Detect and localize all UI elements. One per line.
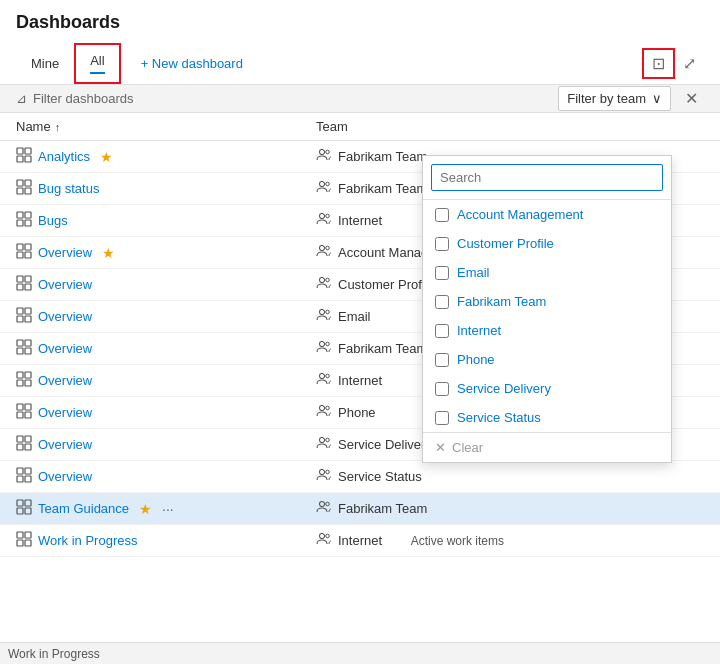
- svg-point-46: [320, 374, 325, 379]
- svg-rect-19: [25, 244, 31, 250]
- svg-rect-20: [17, 252, 23, 258]
- filter-team-button[interactable]: Filter by team ∨: [558, 86, 671, 111]
- tab-all[interactable]: All: [74, 43, 120, 84]
- team-checkbox[interactable]: [435, 353, 449, 367]
- svg-point-65: [326, 470, 330, 474]
- filter-icon-button[interactable]: ⊡: [642, 48, 675, 79]
- team-checkbox[interactable]: [435, 324, 449, 338]
- dropdown-item[interactable]: Account Management: [423, 200, 671, 229]
- tab-mine[interactable]: Mine: [16, 47, 74, 80]
- new-dashboard-button[interactable]: + New dashboard: [129, 50, 255, 77]
- dashboard-name-link[interactable]: Overview: [38, 469, 92, 484]
- svg-rect-12: [17, 212, 23, 218]
- name-cell: Bugs: [16, 211, 316, 230]
- svg-rect-62: [17, 476, 23, 482]
- team-checkbox[interactable]: [435, 295, 449, 309]
- svg-point-47: [326, 374, 330, 378]
- dashboard-icon: [16, 499, 32, 518]
- svg-rect-26: [17, 284, 23, 290]
- svg-rect-6: [17, 180, 23, 186]
- team-icon: [316, 179, 332, 198]
- dashboard-name-link[interactable]: Bugs: [38, 213, 68, 228]
- svg-rect-39: [25, 348, 31, 354]
- team-label: Email: [457, 265, 490, 280]
- dashboard-name-link[interactable]: Team Guidance: [38, 501, 129, 516]
- expand-button[interactable]: ⤢: [675, 50, 704, 77]
- team-label: Service Status: [457, 410, 541, 425]
- svg-rect-9: [25, 188, 31, 194]
- svg-rect-0: [17, 148, 23, 154]
- dashboard-icon: [16, 531, 32, 550]
- star-icon: ★: [139, 501, 152, 517]
- team-icon: [316, 339, 332, 358]
- team-cell: Fabrikam Team: [316, 499, 704, 518]
- team-label: Phone: [457, 352, 495, 367]
- dashboard-name-link[interactable]: Overview: [38, 277, 92, 292]
- dashboard-name-link[interactable]: Overview: [38, 373, 92, 388]
- more-icon[interactable]: ···: [162, 501, 174, 517]
- team-name: Customer Profile: [338, 277, 435, 292]
- svg-rect-21: [25, 252, 31, 258]
- svg-point-76: [320, 534, 325, 539]
- dropdown-item[interactable]: Fabrikam Team: [423, 287, 671, 316]
- dashboard-icon: [16, 371, 32, 390]
- dashboard-name-link[interactable]: Overview: [38, 437, 92, 452]
- dropdown-item[interactable]: Phone: [423, 345, 671, 374]
- team-name: Fabrikam Team: [338, 501, 427, 516]
- svg-point-70: [320, 502, 325, 507]
- team-checkbox[interactable]: [435, 208, 449, 222]
- close-filter-button[interactable]: ✕: [679, 87, 704, 110]
- name-cell: Analytics★: [16, 147, 316, 166]
- svg-rect-18: [17, 244, 23, 250]
- svg-rect-68: [17, 508, 23, 514]
- dashboard-name-link[interactable]: Overview: [38, 245, 92, 260]
- svg-rect-1: [25, 148, 31, 154]
- dropdown-item[interactable]: Service Status: [423, 403, 671, 432]
- svg-point-28: [320, 278, 325, 283]
- close-icon: ✕: [435, 440, 446, 455]
- clear-button: ✕ Clear: [435, 440, 659, 455]
- dropdown-item[interactable]: Internet: [423, 316, 671, 345]
- dropdown-item[interactable]: Customer Profile: [423, 229, 671, 258]
- expand-icon: ⤢: [683, 55, 696, 72]
- dashboard-name-link[interactable]: Overview: [38, 341, 92, 356]
- name-cell: Overview: [16, 339, 316, 358]
- filter-dashboards[interactable]: ⊿ Filter dashboards: [16, 91, 133, 106]
- table-row[interactable]: Team Guidance★··· Fabrikam Team: [0, 493, 720, 525]
- svg-point-29: [326, 278, 330, 282]
- svg-point-71: [326, 502, 330, 506]
- table-row[interactable]: Overview Service Status: [0, 461, 720, 493]
- table-row[interactable]: Work in Progress InternetActive work ite…: [0, 525, 720, 557]
- svg-point-40: [320, 342, 325, 347]
- svg-point-53: [326, 406, 330, 410]
- dashboard-name-link[interactable]: Work in Progress: [38, 533, 137, 548]
- dropdown-item[interactable]: Email: [423, 258, 671, 287]
- search-input[interactable]: [431, 164, 663, 191]
- team-icon: [316, 371, 332, 390]
- team-label: Account Management: [457, 207, 583, 222]
- dashboard-name-link[interactable]: Overview: [38, 309, 92, 324]
- svg-rect-8: [17, 188, 23, 194]
- dashboard-name-link[interactable]: Bug status: [38, 181, 99, 196]
- team-name: Fabrikam Team: [338, 181, 427, 196]
- dashboard-name-link[interactable]: Analytics: [38, 149, 90, 164]
- svg-rect-37: [25, 340, 31, 346]
- team-icon: [316, 307, 332, 326]
- svg-rect-61: [25, 468, 31, 474]
- col-team-header: Team: [316, 119, 704, 134]
- svg-rect-3: [25, 156, 31, 162]
- team-name: Fabrikam Team: [338, 341, 427, 356]
- team-checkbox[interactable]: [435, 266, 449, 280]
- svg-rect-48: [17, 404, 23, 410]
- svg-rect-2: [17, 156, 23, 162]
- page: Dashboards Mine All + New dashboard ⊡ ⤢ …: [0, 0, 720, 664]
- header: Dashboards Mine All + New dashboard ⊡ ⤢: [0, 0, 720, 84]
- team-checkbox[interactable]: [435, 382, 449, 396]
- svg-rect-7: [25, 180, 31, 186]
- team-checkbox[interactable]: [435, 237, 449, 251]
- team-checkbox[interactable]: [435, 411, 449, 425]
- dropdown-item[interactable]: Service Delivery: [423, 374, 671, 403]
- dashboard-name-link[interactable]: Overview: [38, 405, 92, 420]
- status-bar: Work in Progress: [0, 642, 720, 664]
- dashboard-icon: [16, 275, 32, 294]
